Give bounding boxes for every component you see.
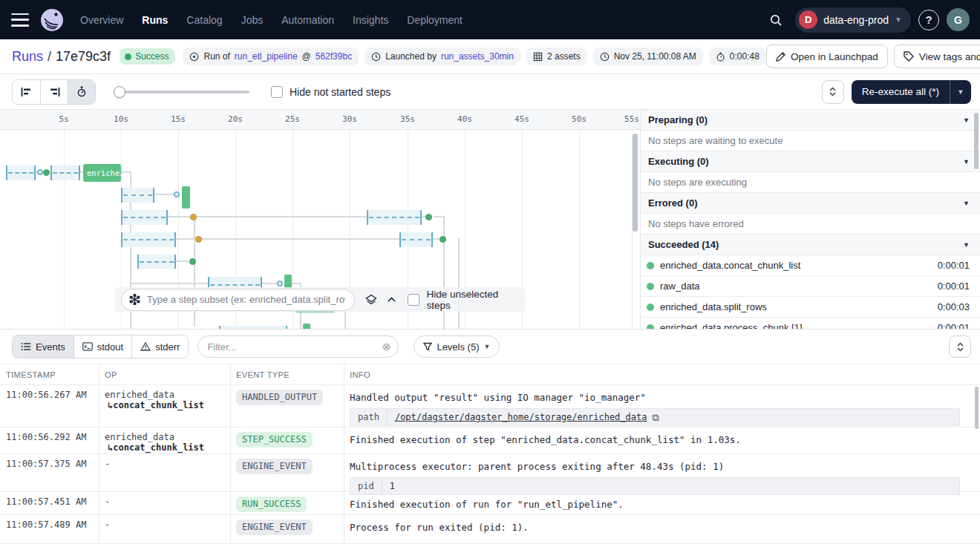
axis-tick-label: 45s	[514, 114, 529, 124]
clear-filter-icon[interactable]: ⊗	[382, 341, 391, 352]
user-avatar[interactable]: G	[947, 8, 970, 31]
log-filter-input[interactable]	[206, 341, 377, 353]
gantt-bar-success[interactable]	[303, 324, 310, 329]
gantt-bar-success[interactable]	[182, 186, 190, 209]
hide-unselected-checkbox[interactable]	[408, 294, 419, 306]
gantt-bar-pending[interactable]	[137, 255, 176, 269]
section-header-errored[interactable]: Errored (0)▼	[641, 193, 980, 214]
run-tag[interactable]: Nov 25, 11:00:08 AM	[593, 47, 703, 65]
event-type-cell: RUN_SUCCESS	[230, 492, 344, 517]
gantt-bar-pending[interactable]	[6, 166, 36, 180]
event-timestamp: 11:00:56.292 AM	[0, 427, 99, 457]
breadcrumb-runs-link[interactable]: Runs	[12, 49, 43, 65]
metadata-path-link[interactable]: /opt/dagster/dagster_home/storage/enrich…	[395, 412, 647, 422]
section-header-executing[interactable]: Executing (0)▼	[641, 151, 980, 172]
topnav-right: D data-eng-prod ▼ ? G	[764, 7, 970, 33]
gantt-green-dot	[189, 258, 196, 265]
gantt-flatten-left-icon[interactable]	[13, 80, 40, 104]
search-icon[interactable]	[764, 8, 788, 32]
gantt-connector-line	[176, 260, 189, 262]
succeeded-step-row[interactable]: enriched_data.split_rows0:00:03	[641, 297, 980, 318]
section-title: Preparing (0)	[648, 114, 708, 125]
tab-stderr[interactable]: stderr	[131, 335, 188, 358]
gantt-waterfall-icon[interactable]	[40, 80, 68, 104]
levels-dropdown[interactable]: Levels (5) ▼	[414, 335, 500, 358]
succeeded-step-row[interactable]: raw_data0:00:01	[641, 276, 980, 297]
gantt-bar-pending[interactable]	[121, 188, 154, 203]
metadata-key: path	[350, 409, 388, 425]
run-tag[interactable]: 2 assets	[526, 47, 587, 65]
view-tags-config-button[interactable]: View tags and config	[894, 45, 980, 68]
log-panel-resize-button[interactable]	[949, 335, 971, 358]
tab-events[interactable]: Events	[13, 335, 74, 358]
succeeded-step-row[interactable]: enriched_data.concat_chunk_list0:00:01	[641, 255, 980, 276]
hide-unselected-control: Hide unselected steps	[408, 289, 525, 311]
event-timestamp: 11:00:57.489 AM	[0, 515, 99, 543]
nav-item-overview[interactable]: Overview	[80, 14, 123, 26]
status-dot-icon	[125, 53, 131, 60]
dagster-logo-icon[interactable]	[39, 7, 65, 33]
top-nav: OverviewRunsCatalogJobsAutomationInsight…	[0, 0, 980, 39]
run-tag[interactable]: Run of run_etl_pipeline @ 562f39bc	[183, 47, 359, 65]
open-in-launchpad-button[interactable]: Open in Launchpad	[766, 45, 888, 68]
nav-item-insights[interactable]: Insights	[353, 14, 388, 26]
nav-item-runs[interactable]: Runs	[142, 14, 168, 26]
nav-item-jobs[interactable]: Jobs	[241, 14, 264, 26]
axis-gridline	[64, 130, 65, 329]
section-header-succeeded[interactable]: Succeeded (14)▼	[641, 235, 980, 255]
axis-tick-label: 40s	[457, 114, 472, 124]
gantt-orange-dot	[190, 214, 197, 220]
re-execute-all-button[interactable]: Re-execute all (*) ▼	[852, 80, 971, 104]
collapse-chevron-icon[interactable]	[388, 297, 396, 302]
run-tag[interactable]: 0:00:48	[709, 47, 766, 65]
gantt-bar-pending[interactable]	[399, 232, 433, 247]
gantt-zoom-slider[interactable]	[114, 86, 249, 98]
re-execute-dropdown-caret[interactable]: ▼	[950, 80, 971, 104]
event-metadata-table: path/opt/dagster/dagster_home/storage/en…	[350, 408, 960, 426]
panel-resize-stepper-button[interactable]	[822, 80, 844, 104]
hide-not-started-checkbox[interactable]	[271, 86, 283, 98]
tab-stdout[interactable]: stdout	[74, 335, 131, 358]
gantt-bar-pending[interactable]	[121, 232, 176, 247]
gantt-bar-pending[interactable]	[121, 210, 168, 225]
run-tag[interactable]: Launched by run_assets_30min	[365, 47, 520, 65]
gantt-step-label-bar[interactable]: enriche…	[83, 164, 121, 182]
nav-item-catalog[interactable]: Catalog	[186, 14, 222, 26]
workspace-switcher[interactable]: D data-eng-prod ▼	[795, 7, 911, 33]
section-title: Executing (0)	[648, 156, 709, 167]
axis-tick-label: 30s	[342, 114, 357, 124]
section-header-preparing[interactable]: Preparing (0)▼	[641, 110, 980, 131]
nav-item-deployment[interactable]: Deployment	[407, 14, 463, 26]
chevron-down-icon: ▼	[963, 158, 970, 166]
hamburger-menu-icon[interactable]	[11, 13, 29, 27]
steps-panel-scrollbar-thumb[interactable]	[974, 113, 979, 169]
axis-tick-label: 25s	[285, 114, 300, 124]
step-subset-overlay: Hide unselected steps	[115, 287, 525, 312]
step-name: enriched_data.process_chunk [1]	[660, 322, 803, 329]
graph-layers-icon[interactable]	[365, 294, 377, 306]
chevron-down-icon: ▼	[963, 200, 970, 207]
metadata-value: /opt/dagster/dagster_home/storage/enrich…	[388, 412, 667, 422]
gantt-bar-pending[interactable]	[50, 166, 80, 180]
step-subset-input[interactable]	[146, 293, 347, 306]
table-column-separator	[344, 364, 344, 544]
gantt-connector-line	[168, 216, 367, 217]
step-duration: 0:00:03	[938, 301, 970, 312]
section-empty-text: No steps have errored	[641, 214, 980, 235]
gantt-scrollbar-thumb[interactable]	[633, 134, 638, 232]
gantt-timed-icon[interactable]	[68, 80, 95, 104]
gantt-bar-pending[interactable]	[367, 210, 422, 225]
copy-icon[interactable]: ⧉	[652, 413, 659, 422]
slider-knob[interactable]	[114, 86, 125, 98]
event-log-scrollbar-thumb[interactable]	[975, 387, 979, 429]
axis-tick-label: 15s	[171, 114, 186, 124]
gantt-open-dot	[174, 191, 180, 197]
gantt-bar-pending[interactable]	[219, 326, 287, 329]
help-icon[interactable]: ?	[918, 10, 939, 30]
event-info-cell: Process for run exited (pid: 1).	[344, 515, 980, 543]
succeeded-step-row[interactable]: enriched_data.process_chunk [1]0:00:01	[641, 318, 980, 329]
tag-icon	[904, 51, 914, 62]
nav-item-automation[interactable]: Automation	[281, 14, 334, 26]
column-header-timestamp: TIMESTAMP	[0, 370, 99, 379]
event-log-row: 11:00:57.375 AM-ENGINE_EVENTMultiprocess…	[0, 454, 980, 492]
